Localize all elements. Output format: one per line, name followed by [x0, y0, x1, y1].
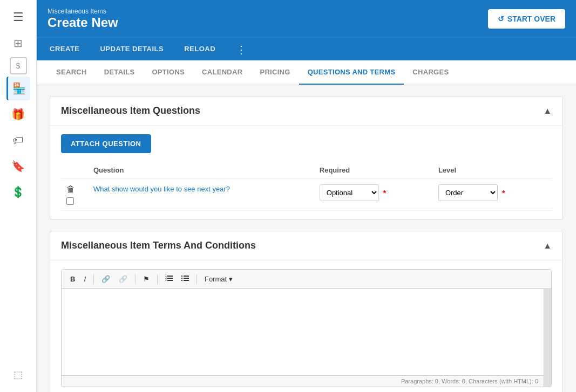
- row-checkbox[interactable]: [66, 197, 74, 205]
- tab-pricing[interactable]: PRICING: [251, 60, 299, 85]
- toolbar-divider-1: [93, 274, 94, 284]
- editor-footer: Paragraphs: 0, Words: 0, Characters (wit…: [62, 375, 544, 387]
- sidebar-item-tag2[interactable]: 🔖: [6, 154, 30, 178]
- sidebar-item-store[interactable]: 🏪: [6, 77, 30, 100]
- terms-section-toggle[interactable]: ▲: [543, 241, 552, 251]
- svg-rect-1: [167, 278, 173, 279]
- attach-question-button[interactable]: ATTACH QUESTION: [61, 134, 151, 153]
- breadcrumb: Miscellaneous Items: [48, 8, 118, 15]
- bold-button[interactable]: B: [67, 273, 78, 285]
- main-content: Miscellaneous Items Create New ↺ START O…: [37, 0, 576, 392]
- header-title-area: Miscellaneous Items Create New: [48, 8, 118, 30]
- gift-icon: 🎁: [11, 108, 25, 121]
- svg-rect-6: [184, 276, 189, 277]
- level-cell: Order Item *: [433, 179, 552, 211]
- svg-rect-8: [184, 280, 189, 281]
- tabs: SEARCH DETAILS OPTIONS CALENDAR PRICING …: [37, 60, 576, 85]
- terms-section-title: Miscellaneous Item Terms And Conditions: [61, 240, 256, 251]
- editor-stats: Paragraphs: 0, Words: 0, Characters (wit…: [401, 378, 538, 384]
- sidebar-item-menu[interactable]: ☰: [6, 5, 30, 29]
- required-select[interactable]: Optional Required: [320, 184, 379, 201]
- sidebar-item-tag1[interactable]: 🏷: [6, 128, 30, 152]
- editor-toolbar: B I 🔗 🔗 ⚑ 123: [62, 270, 551, 289]
- toolbar-reload[interactable]: RELOAD: [182, 38, 218, 60]
- svg-text:3: 3: [165, 278, 167, 281]
- toolbar-more-icon[interactable]: ⋮: [234, 39, 249, 60]
- format-arrow-icon: ▾: [229, 275, 233, 283]
- unordered-list-button[interactable]: [178, 273, 192, 285]
- editor-main: Paragraphs: 0, Words: 0, Characters (wit…: [62, 289, 544, 387]
- toolbar-divider-3: [157, 274, 158, 284]
- level-select-wrapper: Order Item *: [438, 184, 546, 201]
- svg-rect-0: [167, 276, 173, 277]
- level-asterisk: *: [502, 189, 505, 197]
- svg-point-10: [181, 278, 182, 279]
- level-select[interactable]: Order Item: [438, 184, 498, 201]
- col-level: Level: [433, 162, 552, 179]
- svg-rect-2: [167, 280, 173, 281]
- questions-section-header: Miscellaneous Item Questions ▲: [50, 97, 563, 126]
- row-actions: 🗑: [61, 179, 88, 211]
- sidebar: ☰ ⊞ $ 🏪 🎁 🏷 🔖 💲 ⬚: [0, 0, 37, 392]
- sidebar-item-billing[interactable]: $: [10, 57, 27, 74]
- required-select-wrapper: Optional Required *: [320, 184, 428, 201]
- table-row: 🗑 What show would you like to see next y…: [61, 179, 552, 211]
- tab-search[interactable]: SEARCH: [48, 60, 96, 85]
- toolbar-divider-4: [196, 274, 197, 284]
- delete-icon[interactable]: 🗑: [66, 184, 83, 194]
- editor-body[interactable]: [62, 289, 544, 375]
- start-over-button[interactable]: ↺ START OVER: [488, 9, 565, 29]
- tab-charges[interactable]: CHARGES: [404, 60, 457, 85]
- flag-button[interactable]: ⚑: [140, 273, 153, 285]
- question-cell: What show would you like to see next yea…: [88, 179, 314, 211]
- terms-section-header: Miscellaneous Item Terms And Conditions …: [50, 231, 563, 260]
- sidebar-item-dashboard[interactable]: ⊞: [6, 31, 30, 55]
- questions-table: Question Required Level 🗑: [61, 162, 552, 211]
- toolbar: CREATE UPDATE DETAILS RELOAD ⋮: [37, 38, 576, 60]
- header: Miscellaneous Items Create New ↺ START O…: [37, 0, 576, 38]
- tab-details[interactable]: DETAILS: [96, 60, 144, 85]
- svg-rect-7: [184, 278, 189, 279]
- ordered-list-button[interactable]: 123: [162, 273, 176, 285]
- toolbar-divider-2: [135, 274, 135, 284]
- content-area: Miscellaneous Item Questions ▲ ATTACH QU…: [37, 85, 576, 392]
- col-question: Question: [88, 162, 314, 179]
- questions-section-toggle[interactable]: ▲: [543, 106, 552, 116]
- format-button[interactable]: Format ▾: [201, 273, 236, 285]
- link-button[interactable]: 🔗: [98, 273, 113, 285]
- tab-questions-and-terms[interactable]: QUESTIONS AND TERMS: [299, 60, 404, 85]
- tab-options[interactable]: OPTIONS: [143, 60, 193, 85]
- tag-icon: 🏷: [13, 134, 24, 147]
- page-title: Create New: [48, 15, 118, 30]
- toolbar-update-details[interactable]: UPDATE DETAILS: [98, 38, 166, 60]
- required-cell: Optional Required *: [314, 179, 433, 211]
- dollar-icon: 💲: [11, 185, 25, 198]
- logout-icon: ⬚: [13, 369, 23, 381]
- editor-area: Paragraphs: 0, Words: 0, Characters (wit…: [62, 289, 551, 387]
- store-icon: 🏪: [12, 82, 26, 95]
- questions-section-title: Miscellaneous Item Questions: [61, 105, 200, 116]
- tab-calendar[interactable]: CALENDAR: [193, 60, 251, 85]
- format-label: Format: [205, 275, 227, 283]
- sidebar-item-dollar[interactable]: 💲: [6, 180, 30, 204]
- svg-point-9: [181, 276, 182, 277]
- italic-button[interactable]: I: [80, 273, 89, 285]
- svg-point-11: [181, 280, 182, 281]
- questions-section-body: ATTACH QUESTION Question Required Level: [50, 126, 563, 219]
- refresh-icon: ↺: [498, 15, 504, 23]
- required-asterisk: *: [383, 189, 386, 197]
- toolbar-create[interactable]: CREATE: [48, 38, 82, 60]
- col-required: Required: [314, 162, 433, 179]
- unlink-button[interactable]: 🔗: [116, 273, 131, 285]
- terms-section-body: B I 🔗 🔗 ⚑ 123: [50, 260, 563, 392]
- editor-scrollbar[interactable]: [544, 289, 551, 387]
- sidebar-item-gift[interactable]: 🎁: [6, 102, 30, 126]
- sidebar-item-logout[interactable]: ⬚: [6, 363, 30, 387]
- question-text: What show would you like to see next yea…: [93, 185, 230, 193]
- rich-text-editor: B I 🔗 🔗 ⚑ 123: [61, 269, 552, 387]
- terms-section: Miscellaneous Item Terms And Conditions …: [50, 231, 563, 392]
- questions-section: Miscellaneous Item Questions ▲ ATTACH QU…: [50, 96, 563, 220]
- bookmark-icon: 🔖: [11, 160, 25, 173]
